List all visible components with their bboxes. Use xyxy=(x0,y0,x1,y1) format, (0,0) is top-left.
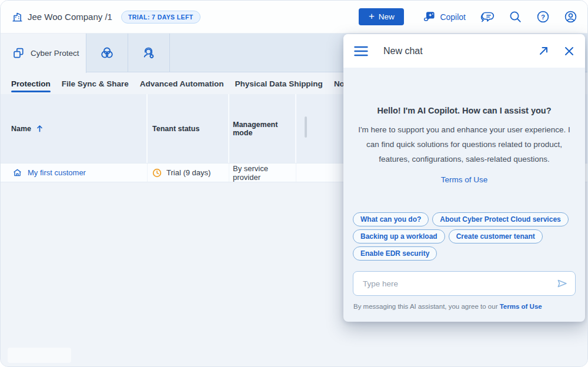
terms-of-use-link[interactable]: Terms of Use xyxy=(343,175,585,184)
greeting-body: I'm here to support you and enhance your… xyxy=(356,122,573,166)
greeting-title: Hello! I'm AI Copilot. How can I assist … xyxy=(355,106,573,115)
management-support-icon xyxy=(142,46,156,60)
cyber-protect-icon xyxy=(12,47,25,59)
tab-file-sync-share[interactable]: File Sync & Share xyxy=(62,73,129,94)
copilot-button[interactable]: Copilot xyxy=(423,11,466,23)
chat-menu-icon[interactable] xyxy=(354,46,368,56)
column-header-management-mode[interactable]: Management mode xyxy=(229,94,296,163)
tenant-brand[interactable]: Jee Woo Company /1 xyxy=(12,12,112,22)
product-tab-cyber-protect[interactable]: Cyber Protect xyxy=(1,34,86,73)
chip-enable-edr-security[interactable]: Enable EDR security xyxy=(353,246,437,261)
chat-input[interactable] xyxy=(362,279,556,289)
cell-management-mode: By service provider xyxy=(229,164,296,182)
topbar-actions: + New Copilot xyxy=(359,8,578,25)
tenant-name-link[interactable]: My first customer xyxy=(28,168,86,177)
new-button-label: New xyxy=(379,12,395,21)
tab-physical-data-shipping[interactable]: Physical Data Shipping xyxy=(235,73,323,94)
feedback-chat-icon[interactable] xyxy=(480,9,495,25)
chip-create-customer-tenant[interactable]: Create customer tenant xyxy=(449,229,543,243)
tenant-status-text: Trial (9 days) xyxy=(166,168,211,177)
search-icon[interactable] xyxy=(507,9,523,25)
new-button[interactable]: + New xyxy=(359,8,404,25)
protection-trefoil-icon xyxy=(100,46,114,60)
copilot-icon xyxy=(423,11,436,23)
copilot-label: Copilot xyxy=(440,12,466,22)
tab-advanced-automation[interactable]: Advanced Automation xyxy=(140,73,224,94)
company-building-icon xyxy=(12,12,22,22)
product-tab-label: Cyber Protect xyxy=(31,49,79,58)
close-icon[interactable] xyxy=(564,46,574,56)
app-window: Jee Woo Company /1 TRIAL: 7 DAYS LEFT + … xyxy=(0,0,588,367)
suggestion-chips: What can you do? About Cyber Protect Clo… xyxy=(353,212,576,261)
top-bar: Jee Woo Company /1 TRIAL: 7 DAYS LEFT + … xyxy=(1,1,587,34)
clock-icon xyxy=(152,168,162,178)
column-header-name[interactable]: Name xyxy=(1,94,148,163)
chip-what-can-you-do[interactable]: What can you do? xyxy=(353,212,429,226)
chip-about-cyber-protect[interactable]: About Cyber Protect Cloud services xyxy=(432,212,568,226)
help-icon[interactable]: ? xyxy=(535,9,550,25)
send-icon[interactable] xyxy=(556,278,568,289)
column-header-tenant-status[interactable]: Tenant status xyxy=(148,94,229,163)
account-icon[interactable] xyxy=(563,9,578,25)
copilot-chat-panel: New chat Hello! I'm AI Copilot. How can … xyxy=(343,34,585,322)
scrollbar-thumb[interactable] xyxy=(305,116,307,138)
chat-input-container xyxy=(353,271,576,296)
sort-ascending-icon[interactable] xyxy=(36,125,43,132)
svg-text:?: ? xyxy=(540,14,544,21)
tab-protection[interactable]: Protection xyxy=(11,73,51,94)
customer-building-icon xyxy=(12,168,22,178)
cell-tenant-status: Trial (9 days) xyxy=(148,164,229,182)
product-tab-management-support[interactable] xyxy=(128,34,170,72)
chat-disclaimer: By messaging this AI assistant, you agre… xyxy=(353,303,579,310)
trial-badge: TRIAL: 7 DAYS LEFT xyxy=(121,11,201,24)
expand-icon[interactable] xyxy=(538,45,549,56)
product-tab-protection-services[interactable] xyxy=(86,34,128,72)
chat-title: New chat xyxy=(383,46,423,56)
disclaimer-terms-link[interactable]: Terms of Use xyxy=(500,303,542,310)
chip-backing-up-workload[interactable]: Backing up a workload xyxy=(353,229,445,243)
cell-name[interactable]: My first customer xyxy=(1,164,148,182)
company-name: Jee Woo Company /1 xyxy=(28,12,112,22)
chat-panel-header: New chat xyxy=(343,34,585,68)
faded-partial-element xyxy=(8,348,71,363)
plus-icon: + xyxy=(369,11,375,21)
